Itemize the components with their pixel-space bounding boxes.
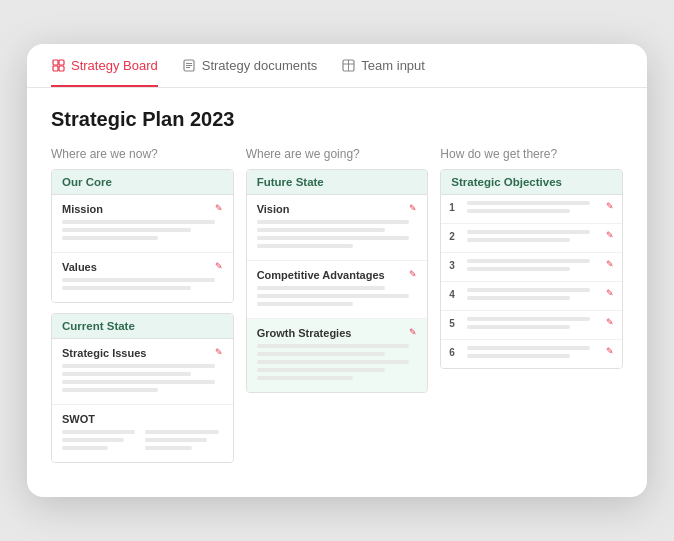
line <box>467 259 589 263</box>
line <box>62 220 215 224</box>
tab-strategy-board[interactable]: Strategy Board <box>51 44 158 87</box>
section-strategic-objectives: Strategic Objectives 1 ✎ 2 <box>440 169 623 369</box>
edit-vision-icon[interactable]: ✎ <box>409 203 417 213</box>
line <box>62 228 191 232</box>
svg-rect-0 <box>53 60 58 65</box>
line <box>62 236 158 240</box>
tab-strategy-documents-label: Strategy documents <box>202 58 318 73</box>
line <box>62 286 191 290</box>
objective-number-5: 5 <box>449 318 461 329</box>
card-competitive-advantages-label: Competitive Advantages <box>257 269 385 281</box>
line <box>62 446 108 450</box>
card-strategic-issues-label: Strategic Issues <box>62 347 146 359</box>
line <box>257 344 410 348</box>
section-future-state-header: Future State <box>247 170 428 195</box>
card-growth-strategies-content <box>257 344 418 380</box>
svg-rect-3 <box>59 66 64 71</box>
strategic-objective-4: 4 ✎ <box>441 282 622 311</box>
line <box>257 294 410 298</box>
column-where-now: Where are we now? Our Core Mission ✎ <box>51 147 234 473</box>
objective-5-lines <box>467 317 596 333</box>
objective-number-6: 6 <box>449 347 461 358</box>
page-content: Strategic Plan 2023 Where are we now? Ou… <box>27 88 647 473</box>
app-container: Strategy Board Strategy documents <box>27 44 647 497</box>
card-mission-content <box>62 220 223 240</box>
edit-values-icon[interactable]: ✎ <box>215 261 223 271</box>
line <box>62 438 124 442</box>
line <box>467 296 570 300</box>
columns-wrapper: Where are we now? Our Core Mission ✎ <box>51 147 623 473</box>
strategic-objective-5: 5 ✎ <box>441 311 622 340</box>
strategic-objective-2: 2 ✎ <box>441 224 622 253</box>
edit-objective-1-icon[interactable]: ✎ <box>606 201 614 211</box>
card-vision: Vision ✎ <box>247 195 428 261</box>
line <box>467 317 589 321</box>
line <box>62 388 158 392</box>
line <box>467 346 589 350</box>
chart-icon <box>51 59 65 73</box>
line <box>257 286 386 290</box>
strategic-objective-1: 1 ✎ <box>441 195 622 224</box>
line <box>257 360 410 364</box>
card-swot: SWOT <box>52 405 233 462</box>
strategic-objective-6: 6 ✎ <box>441 340 622 368</box>
line <box>467 230 589 234</box>
tab-strategy-documents[interactable]: Strategy documents <box>182 44 318 87</box>
objective-4-lines <box>467 288 596 304</box>
line <box>467 325 570 329</box>
objective-number-4: 4 <box>449 289 461 300</box>
edit-objective-4-icon[interactable]: ✎ <box>606 288 614 298</box>
card-swot-content <box>62 430 223 454</box>
edit-growth-strategies-icon[interactable]: ✎ <box>409 327 417 337</box>
objective-2-lines <box>467 230 596 246</box>
section-current-state: Current State Strategic Issues ✎ <box>51 313 234 463</box>
objective-number-3: 3 <box>449 260 461 271</box>
card-swot-label: SWOT <box>62 413 95 425</box>
tab-team-input-label: Team input <box>361 58 425 73</box>
line <box>257 352 386 356</box>
line <box>62 278 215 282</box>
tab-team-input[interactable]: Team input <box>341 44 425 87</box>
card-competitive-advantages-content <box>257 286 418 306</box>
edit-strategic-issues-icon[interactable]: ✎ <box>215 347 223 357</box>
card-vision-content <box>257 220 418 248</box>
card-growth-strategies-label: Growth Strategies <box>257 327 352 339</box>
edit-objective-6-icon[interactable]: ✎ <box>606 346 614 356</box>
column-how-get-there: How do we get there? Strategic Objective… <box>440 147 623 379</box>
edit-objective-5-icon[interactable]: ✎ <box>606 317 614 327</box>
line <box>467 288 589 292</box>
section-current-state-header: Current State <box>52 314 233 339</box>
edit-competitive-advantages-icon[interactable]: ✎ <box>409 269 417 279</box>
line <box>145 446 191 450</box>
column-how-get-there-heading: How do we get there? <box>440 147 623 161</box>
line <box>257 228 386 232</box>
card-vision-label: Vision <box>257 203 290 215</box>
line <box>62 380 215 384</box>
objective-number-2: 2 <box>449 231 461 242</box>
section-future-state: Future State Vision ✎ <box>246 169 429 393</box>
strategic-objective-3: 3 ✎ <box>441 253 622 282</box>
card-strategic-issues: Strategic Issues ✎ <box>52 339 233 405</box>
column-where-going: Where are we going? Future State Vision … <box>246 147 429 403</box>
line <box>62 372 191 376</box>
objective-3-lines <box>467 259 596 275</box>
card-values: Values ✎ <box>52 253 233 302</box>
card-values-label: Values <box>62 261 97 273</box>
line <box>257 220 410 224</box>
line <box>467 201 589 205</box>
line <box>467 238 570 242</box>
section-our-core: Our Core Mission ✎ <box>51 169 234 303</box>
tab-bar: Strategy Board Strategy documents <box>27 44 647 88</box>
card-mission-label: Mission <box>62 203 103 215</box>
edit-objective-2-icon[interactable]: ✎ <box>606 230 614 240</box>
line <box>257 302 353 306</box>
edit-mission-icon[interactable]: ✎ <box>215 203 223 213</box>
card-values-content <box>62 278 223 290</box>
doc-icon <box>182 59 196 73</box>
edit-objective-3-icon[interactable]: ✎ <box>606 259 614 269</box>
svg-rect-2 <box>53 66 58 71</box>
line <box>62 430 135 434</box>
svg-rect-1 <box>59 60 64 65</box>
page-title: Strategic Plan 2023 <box>51 108 623 131</box>
line <box>62 364 215 368</box>
